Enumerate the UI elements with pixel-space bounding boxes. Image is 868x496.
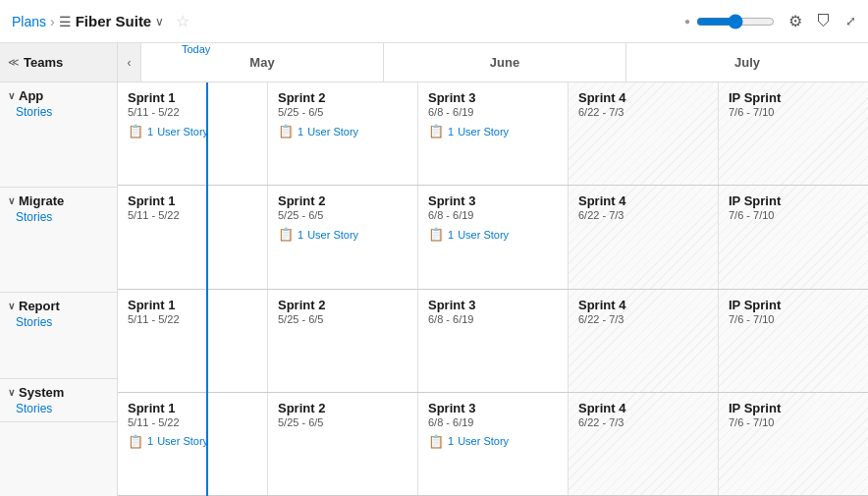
sprint-cell-2-1: Sprint 25/25 - 6/5 xyxy=(268,290,418,392)
sprint-cell-1-1: Sprint 25/25 - 6/5📋1User Story xyxy=(268,186,418,288)
story-label-1-2: User Story xyxy=(458,229,509,241)
sprint-cell-0-3: Sprint 46/22 - 7/3 xyxy=(569,83,719,185)
sidebar-team-migrate: ∨ Migrate Stories xyxy=(0,188,117,293)
sprint-dates-3-3: 6/22 - 7/3 xyxy=(578,416,708,428)
sidebar: ≪ Teams ∨ App Stories ∨ Migrate Stories … xyxy=(0,43,118,496)
breadcrumb-plans-link[interactable]: Plans xyxy=(12,14,46,29)
story-icon-0-2: 📋 xyxy=(428,124,444,138)
today-vertical-line xyxy=(206,83,208,496)
sprint-cell-0-4: IP Sprint7/6 - 7/10 xyxy=(719,83,868,185)
sidebar-team-app: ∨ App Stories xyxy=(0,83,117,188)
team-migrate-chevron[interactable]: ∨ xyxy=(8,195,15,206)
sprint-dates-1-1: 5/25 - 6/5 xyxy=(278,209,407,221)
calendar-area: Today ‹ May June July Sprint 15/11 - 5/2… xyxy=(118,43,868,496)
sprint-cell-1-0: Sprint 15/11 - 5/22 xyxy=(118,186,268,288)
story-icon-0-1: 📋 xyxy=(278,124,294,138)
story-label-3-2: User Story xyxy=(458,435,509,447)
sprint-cell-3-4: IP Sprint7/6 - 7/10 xyxy=(719,393,868,495)
collapse-icon[interactable]: ≪ xyxy=(8,56,20,69)
sprint-story-0-2[interactable]: 📋1User Story xyxy=(428,124,558,138)
project-icon: ☰ xyxy=(59,14,72,29)
sprint-name-2-4: IP Sprint xyxy=(729,298,858,312)
sprint-cell-2-4: IP Sprint7/6 - 7/10 xyxy=(719,290,868,392)
team-system-label: System xyxy=(19,385,64,400)
team-app-name: ∨ App xyxy=(0,83,117,105)
filter-icon[interactable]: ⛉ xyxy=(816,13,832,30)
sprint-cell-3-1: Sprint 25/25 - 6/5 xyxy=(268,393,418,495)
story-icon-1-2: 📋 xyxy=(428,227,444,242)
breadcrumb: Plans › ☰ Fiber Suite ∨ xyxy=(12,13,164,29)
story-icon-1-1: 📋 xyxy=(278,227,294,242)
sprint-cell-0-0: Sprint 15/11 - 5/22📋1User Story xyxy=(118,83,268,185)
sprint-row-report: Sprint 15/11 - 5/22Sprint 25/25 - 6/5Spr… xyxy=(118,290,868,392)
main-content: ≪ Teams ∨ App Stories ∨ Migrate Stories … xyxy=(0,43,868,496)
sprint-dates-2-3: 6/22 - 7/3 xyxy=(578,313,708,325)
month-may: May xyxy=(141,43,384,82)
prev-nav-button[interactable]: ‹ xyxy=(118,43,141,82)
story-count-3-2: 1 xyxy=(448,435,454,447)
sprint-row-app: Sprint 15/11 - 5/22📋1User StorySprint 25… xyxy=(118,83,868,185)
sprint-dates-0-3: 6/22 - 7/3 xyxy=(578,106,708,118)
zoom-slider-container: ● xyxy=(684,14,775,29)
breadcrumb-separator: › xyxy=(50,14,55,29)
team-report-name: ∨ Report xyxy=(0,293,117,315)
sprint-name-3-4: IP Sprint xyxy=(729,401,858,415)
team-migrate-stories[interactable]: Stories xyxy=(0,210,117,230)
team-system-chevron[interactable]: ∨ xyxy=(8,387,15,398)
sprint-name-3-1: Sprint 2 xyxy=(278,401,407,415)
story-label-1-1: User Story xyxy=(307,229,358,241)
settings-icon[interactable]: ⚙ xyxy=(788,12,802,30)
favorite-icon[interactable]: ☆ xyxy=(176,12,190,30)
sprint-name-1-4: IP Sprint xyxy=(729,193,858,208)
sprint-name-3-3: Sprint 4 xyxy=(578,401,708,415)
sprint-name-3-0: Sprint 1 xyxy=(128,401,257,415)
team-system-stories[interactable]: Stories xyxy=(0,402,117,421)
sprint-dates-1-3: 6/22 - 7/3 xyxy=(578,209,708,221)
expand-icon[interactable]: ⤢ xyxy=(845,14,856,28)
sprint-story-0-1[interactable]: 📋1User Story xyxy=(278,124,407,138)
sprint-story-1-2[interactable]: 📋1User Story xyxy=(428,227,558,242)
sprint-dates-3-2: 6/8 - 6/19 xyxy=(428,416,558,428)
team-app-chevron[interactable]: ∨ xyxy=(8,90,15,101)
team-app-stories[interactable]: Stories xyxy=(0,105,117,125)
sprint-dates-2-0: 5/11 - 5/22 xyxy=(128,313,257,325)
sidebar-teams-label: Teams xyxy=(24,55,63,70)
sprint-name-1-3: Sprint 4 xyxy=(578,193,708,208)
story-icon-3-2: 📋 xyxy=(428,434,444,449)
sprint-story-3-2[interactable]: 📋1User Story xyxy=(428,434,558,449)
header-right: ● ⚙ ⛉ ⤢ xyxy=(684,12,856,30)
sprint-story-3-0[interactable]: 📋1User Story xyxy=(128,434,257,449)
sprint-dates-1-4: 7/6 - 7/10 xyxy=(729,209,858,221)
sprint-cell-3-3: Sprint 46/22 - 7/3 xyxy=(569,393,719,495)
sprint-dates-0-4: 7/6 - 7/10 xyxy=(729,106,858,118)
team-app-label: App xyxy=(19,88,43,103)
sprint-name-1-0: Sprint 1 xyxy=(128,193,257,208)
team-report-stories[interactable]: Stories xyxy=(0,315,117,335)
sprint-name-2-3: Sprint 4 xyxy=(578,298,708,312)
story-label-0-1: User Story xyxy=(307,126,358,138)
sprint-name-0-2: Sprint 3 xyxy=(428,90,558,105)
sprint-story-0-0[interactable]: 📋1User Story xyxy=(128,124,257,138)
sprint-cell-0-2: Sprint 36/8 - 6/19📋1User Story xyxy=(418,83,569,185)
story-label-0-2: User Story xyxy=(458,126,509,138)
title-dropdown-icon[interactable]: ∨ xyxy=(155,15,164,28)
team-report-label: Report xyxy=(19,299,60,313)
team-row-system: Sprint 15/11 - 5/22📋1User StorySprint 25… xyxy=(118,393,868,496)
team-system-name: ∨ System xyxy=(0,379,117,402)
header-left: Plans › ☰ Fiber Suite ∨ ☆ xyxy=(12,12,684,30)
sprint-dates-0-1: 5/25 - 6/5 xyxy=(278,106,407,118)
story-count-1-2: 1 xyxy=(448,229,454,241)
sidebar-header: ≪ Teams xyxy=(0,43,117,83)
grid-body: Sprint 15/11 - 5/22📋1User StorySprint 25… xyxy=(118,83,868,496)
sprint-cell-1-2: Sprint 36/8 - 6/19📋1User Story xyxy=(418,186,569,288)
team-row-migrate: Sprint 15/11 - 5/22Sprint 25/25 - 6/5📋1U… xyxy=(118,186,868,289)
sprint-row-system: Sprint 15/11 - 5/22📋1User StorySprint 25… xyxy=(118,393,868,495)
zoom-slider[interactable] xyxy=(696,14,775,29)
sprint-name-0-1: Sprint 2 xyxy=(278,90,407,105)
today-label: Today xyxy=(182,43,210,55)
sprint-cell-3-0: Sprint 15/11 - 5/22📋1User Story xyxy=(118,393,268,495)
team-report-chevron[interactable]: ∨ xyxy=(8,301,15,311)
sprint-dates-2-4: 7/6 - 7/10 xyxy=(729,313,858,325)
sidebar-team-system: ∨ System Stories xyxy=(0,379,117,422)
sprint-story-1-1[interactable]: 📋1User Story xyxy=(278,227,407,242)
